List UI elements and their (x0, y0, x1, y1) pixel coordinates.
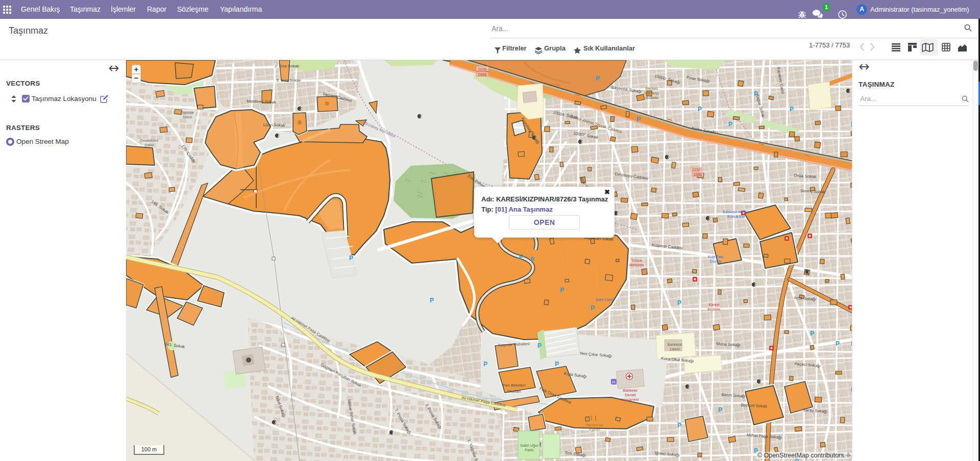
svg-text:Veteriner: Veteriner (629, 263, 645, 267)
svg-text:P: P (718, 406, 722, 414)
svg-text:2. Sıra Sokak: 2. Sıra Sokak (275, 64, 300, 68)
svg-text:Durağı: Durağı (710, 259, 722, 264)
svg-text:Persembe: Persembe (586, 423, 603, 427)
svg-text:D555: D555 (694, 173, 702, 176)
svg-text:Örneklkent: Örneklkent (140, 138, 159, 143)
svg-text:Fen Bilimleri: Fen Bilimleri (503, 383, 525, 388)
svg-text:Devlet: Devlet (625, 393, 636, 397)
svg-text:H: H (612, 380, 616, 385)
svg-text:P: P (483, 361, 487, 368)
svg-text:Efe Arıçı: Efe Arıçı (645, 91, 659, 95)
svg-text:Konuk Evi: Konuk Evi (727, 214, 745, 219)
svg-text:Merkez: Merkez (646, 86, 658, 91)
svg-text:P: P (728, 121, 732, 128)
svg-text:İlkokulu: İlkokulu (645, 95, 658, 100)
svg-text:P: P (519, 253, 523, 261)
svg-text:Sitesi: Sitesi (144, 143, 154, 147)
svg-text:P: P (591, 304, 595, 312)
svg-text:Uzun Sokak: Uzun Sokak (263, 122, 285, 128)
svg-text:P: P (790, 106, 794, 113)
svg-text:Lisesi: Lisesi (670, 347, 680, 351)
svg-text:Hastanesi: Hastanesi (622, 397, 639, 402)
svg-text:D230: D230 (478, 67, 487, 71)
svg-text:Özpınar: Özpınar (181, 110, 194, 115)
svg-text:P: P (555, 361, 559, 368)
svg-text:Parkı: Parkı (525, 448, 534, 452)
svg-text:P: P (836, 340, 840, 347)
svg-text:Karesi: Karesi (708, 302, 720, 307)
svg-text:Pazarı: Pazarı (589, 427, 600, 432)
svg-text:P: P (530, 256, 534, 263)
svg-text:Sabri Uğur: Sabri Uğur (520, 443, 538, 448)
svg-text:P: P (677, 422, 681, 429)
svg-text:Kule Takı: Kule Takı (708, 254, 724, 259)
svg-text:Şarlı Camii: Şarlı Camii (596, 297, 615, 302)
svg-text:P: P (636, 116, 641, 123)
svg-text:P: P (596, 75, 600, 82)
svg-text:3. Sıra Sokak: 3. Sıra Sokak (276, 78, 301, 83)
svg-text:P: P (677, 299, 681, 306)
svg-text:D230: D230 (692, 168, 700, 171)
svg-text:Eczane: Eczane (707, 307, 720, 312)
svg-text:Sitesi: Sitesi (183, 115, 192, 119)
svg-text:P: P (698, 106, 702, 113)
svg-text:P: P (810, 330, 814, 337)
svg-text:Yonca: Yonca (631, 258, 642, 263)
svg-text:Okulları: Okulları (507, 389, 521, 394)
svg-text:P: P (537, 342, 542, 349)
svg-text:D555: D555 (478, 73, 487, 76)
svg-text:Balıkesir Meliye: Balıkesir Meliye (723, 210, 750, 214)
svg-text:P: P (430, 297, 434, 304)
svg-text:Balıkesir: Balıkesir (668, 342, 682, 347)
svg-text:P: P (349, 254, 353, 262)
svg-text:Balıkesir: Balıkesir (623, 388, 638, 393)
svg-text:P: P (560, 287, 564, 294)
